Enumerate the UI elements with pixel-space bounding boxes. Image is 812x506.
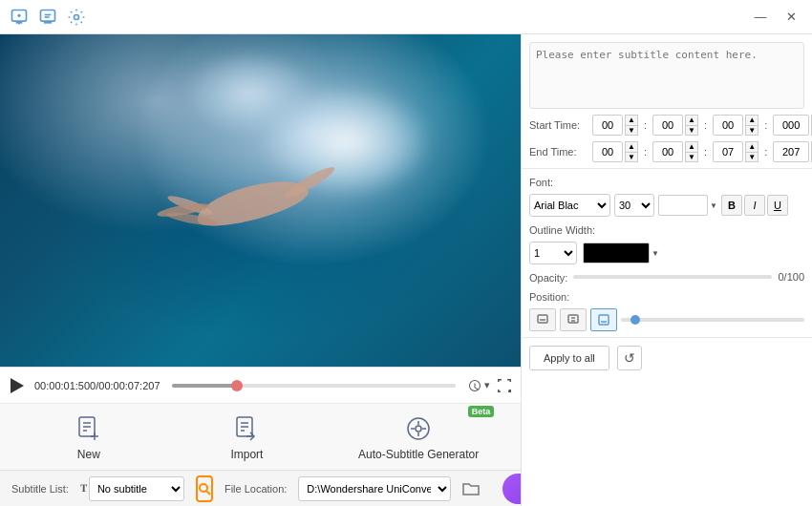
start-time-ms-input[interactable] (773, 115, 809, 136)
font-family-select[interactable]: Arial Blac (529, 194, 610, 217)
video-area[interactable] (0, 34, 521, 367)
start-time-s-input[interactable] (713, 115, 743, 136)
end-time-s-down[interactable]: ▼ (745, 152, 759, 162)
video-figure (157, 167, 348, 263)
end-time-ms: ▲ ▼ (773, 141, 812, 162)
file-location-label: File Location: (224, 483, 287, 495)
font-color-arrow[interactable]: ▼ (710, 201, 717, 210)
end-time-h-input[interactable] (592, 141, 623, 162)
svg-rect-27 (568, 315, 578, 323)
start-time-h-up[interactable]: ▲ (625, 115, 638, 125)
position-label: Position: (529, 291, 804, 303)
end-time-ms-input[interactable] (773, 141, 809, 162)
start-time-h: ▲ ▼ (592, 115, 638, 136)
left-panel: 00:00:01:500/00:00:07:207 ▾ (0, 34, 521, 506)
apply-row: Apply to all ↺ (529, 346, 804, 370)
window-controls: — ✕ (747, 7, 804, 28)
outline-color-arrow[interactable]: ▼ (652, 249, 659, 258)
import-button[interactable]: Import (184, 406, 309, 469)
subtitle-select[interactable]: No subtitle (89, 476, 184, 501)
svg-rect-25 (538, 315, 547, 323)
start-time-h-down[interactable]: ▼ (625, 125, 638, 136)
position-row (529, 308, 804, 331)
svg-point-9 (75, 14, 79, 19)
folder-button[interactable] (462, 477, 480, 500)
underline-button[interactable]: U (767, 195, 788, 216)
italic-button[interactable]: I (744, 195, 765, 216)
font-label: Font: (529, 177, 804, 188)
start-time-m-input[interactable] (652, 115, 683, 136)
add-subtitle-icon[interactable] (8, 6, 31, 29)
auto-subtitle-button[interactable]: Beta Auto-Subtitle Generator (343, 406, 494, 469)
video-bubble2 (182, 51, 316, 137)
outline-width-select[interactable]: 1 (529, 242, 577, 264)
search-button[interactable] (196, 475, 213, 502)
opacity-row: Opacity: 0/100 (529, 270, 804, 284)
start-time-s-down[interactable]: ▼ (745, 125, 759, 136)
speed-label: ▾ (484, 379, 490, 391)
video-bg (0, 34, 521, 367)
opacity-value: 0/100 (778, 271, 804, 283)
end-time-h-spin: ▲ ▼ (625, 141, 638, 162)
apply-all-button[interactable]: Apply to all (529, 346, 609, 370)
bold-button[interactable]: B (721, 195, 742, 216)
subtitle-select-wrap: 𝐓 No subtitle (80, 476, 184, 501)
timeline-wrapper[interactable] (172, 384, 456, 388)
divider2 (522, 337, 812, 338)
refresh-button[interactable]: ↺ (617, 346, 642, 370)
start-time-row: Start Time: ▲ ▼ : ▲ ▼ : ▲ (529, 115, 804, 136)
end-time-h-up[interactable]: ▲ (625, 141, 638, 152)
end-time-row: End Time: ▲ ▼ : ▲ ▼ : ▲ (529, 141, 804, 162)
position-slider[interactable] (621, 318, 804, 322)
timeline-thumb[interactable] (231, 380, 243, 391)
new-label: New (77, 448, 100, 461)
titlebar-icons (8, 6, 88, 29)
start-time-m-up[interactable]: ▲ (685, 115, 698, 125)
minimize-button[interactable]: — (747, 7, 774, 28)
auto-subtitle-label: Auto-Subtitle Generator (358, 448, 479, 461)
svg-point-22 (416, 426, 421, 432)
start-time-s-up[interactable]: ▲ (745, 115, 759, 125)
settings-icon[interactable] (65, 6, 88, 29)
pos-top-center-button[interactable] (560, 308, 587, 331)
video-placeholder (0, 34, 521, 367)
new-icon (74, 413, 104, 444)
divider1 (522, 168, 812, 169)
main-content: 00:00:01:500/00:00:07:207 ▾ (0, 34, 812, 506)
fullscreen-button[interactable] (496, 377, 513, 394)
timeline-track[interactable] (172, 384, 456, 388)
end-time-m: ▲ ▼ (652, 141, 698, 162)
end-time-m-down[interactable]: ▼ (685, 152, 698, 162)
start-time-m-down[interactable]: ▼ (685, 125, 698, 136)
start-time-h-input[interactable] (592, 115, 623, 136)
end-time-s-up[interactable]: ▲ (745, 141, 759, 152)
play-icon (11, 378, 24, 393)
pos-bottom-center-button[interactable] (590, 308, 617, 331)
end-time-h-down[interactable]: ▼ (625, 152, 638, 162)
svg-point-23 (200, 484, 207, 492)
svg-rect-30 (599, 315, 609, 325)
end-time-h: ▲ ▼ (592, 141, 638, 162)
outline-color-picker[interactable]: ▼ (583, 242, 659, 264)
end-time-s-input[interactable] (713, 141, 743, 162)
play-button[interactable] (8, 376, 27, 395)
font-size-select[interactable]: 30 (614, 194, 654, 217)
font-color-picker[interactable]: ▼ (658, 195, 717, 216)
opacity-slider[interactable] (573, 275, 772, 279)
edit-subtitle-icon[interactable] (36, 6, 59, 29)
outline-color-swatch[interactable] (583, 242, 650, 264)
font-color-swatch[interactable] (658, 195, 708, 216)
end-time-m-up[interactable]: ▲ (685, 141, 698, 152)
end-time-m-input[interactable] (652, 141, 683, 162)
subtitle-textarea[interactable] (529, 42, 804, 109)
auto-subtitle-icon (403, 413, 434, 444)
new-button[interactable]: New (27, 406, 151, 469)
file-path-select[interactable]: D:\Wondershare UniConverter 13\SubEdit (298, 476, 451, 501)
import-label: Import (230, 448, 263, 461)
time-display: 00:00:01:500/00:00:07:207 (34, 380, 160, 391)
pos-top-left-button[interactable] (529, 308, 556, 331)
close-button[interactable]: ✕ (778, 7, 804, 28)
start-time-s: ▲ ▼ (713, 115, 759, 136)
speed-control[interactable]: ▾ (467, 378, 490, 393)
end-time-s-spin: ▲ ▼ (745, 141, 759, 162)
